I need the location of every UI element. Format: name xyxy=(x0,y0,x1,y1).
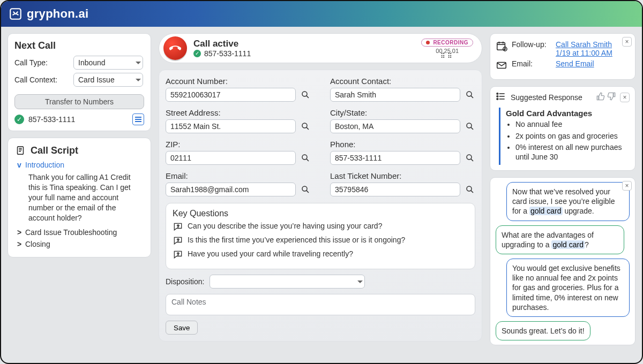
calendar-add-icon xyxy=(496,40,507,54)
call-notes-input[interactable]: Call Notes xyxy=(166,294,475,315)
transfer-to-numbers-button[interactable]: Transfer to Numbers xyxy=(14,94,144,109)
search-icon[interactable] xyxy=(465,121,475,132)
check-circle-icon: ✓ xyxy=(193,50,201,57)
suggested-bullet: 2x points on gas and groceries xyxy=(515,132,630,141)
svg-rect-14 xyxy=(497,63,506,69)
close-icon[interactable]: × xyxy=(620,93,630,102)
search-icon[interactable] xyxy=(300,153,311,163)
followup-panel: × Follow-up: Call Sarah Smith 1/19 at 11… xyxy=(490,33,635,80)
svg-text:?: ? xyxy=(177,252,179,256)
next-call-phone: 857-533-1111 xyxy=(28,115,75,124)
svg-point-2 xyxy=(467,92,472,96)
chat-bubble-icon: ? xyxy=(173,222,183,232)
suggested-bullet: 0% interest on all new purchaes until Ju… xyxy=(515,143,630,162)
chat-msg-customer: What are the advantages of upgrading to … xyxy=(496,225,624,254)
call-script-title: Call Script xyxy=(31,145,78,156)
script-body-introduction: Thank you for calling A1 Credit this is … xyxy=(28,172,144,223)
call-type-select[interactable]: Inbound xyxy=(73,56,143,70)
email-icon xyxy=(496,59,507,73)
chat-bubble-icon: ? xyxy=(173,249,183,260)
call-phone: 857-533-1111 xyxy=(204,49,251,58)
svg-point-16 xyxy=(497,96,498,97)
search-icon[interactable] xyxy=(465,153,475,163)
email-label: Email: xyxy=(512,59,551,68)
followup-time-link[interactable]: 1/19 at 11:00 AM xyxy=(556,49,612,57)
email-input[interactable] xyxy=(166,183,296,196)
svg-point-15 xyxy=(497,93,498,95)
svg-point-3 xyxy=(302,123,307,128)
search-icon[interactable] xyxy=(300,184,311,195)
dialpad-icon[interactable]: ⠿⠿ xyxy=(440,55,454,58)
followup-call-link[interactable]: Call Sarah Smith xyxy=(556,40,612,49)
call-banner: Call active ✓ 857-533-1111 RECORDING 00.… xyxy=(159,33,482,63)
svg-point-4 xyxy=(467,123,472,128)
account-contact-label: Account Contact: xyxy=(330,77,475,86)
svg-text:?: ? xyxy=(177,238,179,242)
key-question-item: ? Is this the first time you’ve experien… xyxy=(173,236,468,246)
search-icon[interactable] xyxy=(300,89,311,100)
key-question-item: ? Have you used your card while travelin… xyxy=(173,249,468,260)
key-question-item: ? Can you describe the issue you’re havi… xyxy=(173,222,468,232)
call-script-panel: Call Script v Introduction Thank you for… xyxy=(8,138,151,257)
suggested-card-title: Gold Card Advantages xyxy=(506,109,630,118)
thumbs-up-icon[interactable] xyxy=(596,92,605,102)
next-call-title: Next Call xyxy=(14,40,144,51)
key-questions-title: Key Questions xyxy=(173,209,468,218)
brand-group: gryphon.ai xyxy=(9,7,88,21)
next-call-panel: Next Call Call Type: Inbound Call Contex… xyxy=(8,33,151,131)
chat-msg-agent: Now that we’ve resolved your card issue,… xyxy=(506,182,630,221)
chat-msg-customer: Sounds great. Let’s do it! xyxy=(496,321,590,340)
top-bar: gryphon.ai xyxy=(1,1,642,27)
svg-point-7 xyxy=(302,186,307,191)
city-input[interactable] xyxy=(330,119,460,133)
svg-point-6 xyxy=(467,155,472,160)
save-button[interactable]: Save xyxy=(166,321,198,335)
script-label: Introduction xyxy=(25,161,64,169)
suggested-title: Suggested Response xyxy=(511,93,582,102)
script-label: Closing xyxy=(25,240,50,248)
disposition-select[interactable] xyxy=(210,275,365,289)
hangup-button[interactable] xyxy=(163,36,187,60)
call-context-select[interactable]: Card Issue xyxy=(73,73,143,87)
zip-label: ZIP: xyxy=(166,140,311,149)
search-icon[interactable] xyxy=(465,89,475,100)
phone-input[interactable] xyxy=(330,151,460,165)
brand-name: gryphon.ai xyxy=(27,7,88,21)
close-icon[interactable]: × xyxy=(622,181,632,191)
script-node-card-issue[interactable]: > Card Issue Troubleshooting xyxy=(17,228,144,237)
suggested-response-panel: Suggested Response × Gold Card Advantage… xyxy=(490,86,635,171)
chat-panel: × Now that we’ve resolved your card issu… xyxy=(490,177,635,345)
script-node-closing[interactable]: > Closing xyxy=(17,240,144,248)
document-icon[interactable] xyxy=(132,113,144,125)
city-label: City/State: xyxy=(330,108,475,117)
account-number-input[interactable] xyxy=(166,88,296,102)
script-node-introduction[interactable]: v Introduction xyxy=(17,161,144,169)
script-label: Card Issue Troubleshooting xyxy=(25,228,117,237)
search-icon[interactable] xyxy=(465,184,475,195)
chat-msg-agent: You would get exclusive benefits like no… xyxy=(506,259,630,317)
account-contact-input[interactable] xyxy=(330,88,460,102)
svg-text:?: ? xyxy=(177,224,179,229)
thumbs-down-icon[interactable] xyxy=(607,92,616,102)
send-email-link[interactable]: Send Email xyxy=(556,59,594,68)
search-icon[interactable] xyxy=(300,121,311,132)
svg-point-1 xyxy=(302,92,307,96)
street-input[interactable] xyxy=(166,119,296,133)
caret-right-icon: > xyxy=(17,240,22,248)
check-circle-icon: ✓ xyxy=(14,115,24,124)
close-icon[interactable]: × xyxy=(622,37,632,47)
call-type-label: Call Type: xyxy=(14,58,68,67)
account-number-label: Account Number: xyxy=(166,77,311,86)
zip-input[interactable] xyxy=(166,151,296,165)
svg-point-5 xyxy=(302,155,307,160)
ticket-input[interactable] xyxy=(330,183,460,196)
svg-point-17 xyxy=(497,98,498,100)
gryphon-logo-icon xyxy=(9,7,23,21)
call-status: Call active xyxy=(193,39,251,49)
caret-right-icon: > xyxy=(17,228,22,237)
email-label: Email: xyxy=(166,171,311,180)
svg-rect-12 xyxy=(497,43,505,50)
disposition-label: Disposition: xyxy=(166,277,204,286)
caret-down-icon: v xyxy=(17,161,22,169)
chat-bubble-icon: ? xyxy=(173,236,183,246)
